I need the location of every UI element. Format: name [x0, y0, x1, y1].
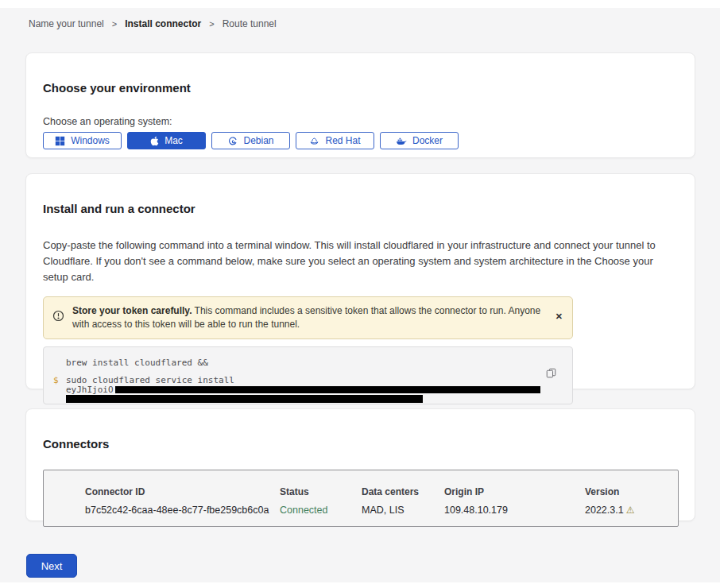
os-button-label: Docker [412, 135, 443, 146]
os-button-docker[interactable]: Docker [380, 132, 459, 149]
top-strip [0, 0, 720, 8]
version-warning-icon: ⚠ [626, 505, 635, 516]
os-button-label: Debian [243, 135, 273, 146]
column-header-status: Status [280, 486, 362, 497]
os-button-redhat[interactable]: Red Hat [296, 132, 374, 149]
install-card-title: Install and run a connector [43, 193, 678, 215]
breadcrumb-name-your-tunnel[interactable]: Name your tunnel [29, 18, 104, 29]
windows-icon [55, 136, 65, 146]
column-header-connector-id: Connector ID [85, 486, 280, 497]
os-button-group: Windows Mac Debian [43, 132, 678, 149]
breadcrumb-route-tunnel[interactable]: Route tunnel [223, 18, 277, 29]
terminal-command: sudo cloudflared service install [66, 375, 234, 385]
os-button-label: Windows [71, 135, 110, 146]
os-button-mac[interactable]: Mac [127, 132, 206, 149]
environment-card-title: Choose your environment [43, 72, 678, 95]
token-warning-text: Store your token carefully. This command… [72, 304, 555, 331]
redhat-icon [309, 136, 319, 146]
connectors-table: Connector ID Status Data centers Origin … [43, 470, 679, 527]
breadcrumb-separator: > [112, 19, 117, 29]
connectors-card-title: Connectors [43, 428, 678, 451]
environment-card: Choose your environment Choose an operat… [25, 52, 695, 158]
alert-circle-icon [52, 310, 64, 325]
token-warning-banner: Store your token carefully. This command… [43, 296, 573, 339]
cell-data-centers: MAD, LIS [362, 505, 444, 516]
terminal-token-line: eyJhIjoiO [66, 385, 572, 394]
terminal-line-1: brew install cloudflared && [66, 358, 572, 368]
next-button[interactable]: Next [26, 554, 77, 578]
version-value: 2022.3.1 [585, 505, 624, 516]
terminal-command-block: brew install cloudflared && $sudo cloudf… [43, 346, 573, 404]
cell-origin-ip: 109.48.10.179 [444, 505, 585, 516]
bottom-strip [0, 582, 720, 588]
breadcrumb-separator: > [209, 19, 214, 29]
os-button-windows[interactable]: Windows [43, 132, 122, 149]
os-button-label: Mac [165, 135, 183, 146]
os-button-label: Red Hat [325, 135, 360, 146]
os-button-debian[interactable]: Debian [211, 132, 290, 149]
docker-icon [396, 136, 407, 146]
close-icon[interactable]: ✕ [555, 311, 563, 322]
apple-icon [150, 136, 159, 146]
debian-icon [227, 136, 238, 146]
breadcrumb-install-connector[interactable]: Install connector [125, 18, 201, 29]
redacted-token-bar [66, 395, 423, 403]
column-header-version: Version [585, 486, 678, 497]
status-badge: Connected [280, 505, 362, 516]
connectors-card: Connectors Connector ID Status Data cent… [25, 408, 695, 521]
terminal-prompt: $ [53, 375, 59, 385]
terminal-line-2: $sudo cloudflared service install [66, 375, 572, 385]
token-prefix: eyJhIjoiO [66, 385, 114, 395]
column-header-data-centers: Data centers [362, 486, 444, 497]
os-select-label: Choose an operating system: [43, 116, 678, 127]
install-connector-card: Install and run a connector Copy-paste t… [25, 173, 695, 389]
redacted-token-bar [115, 386, 540, 393]
copy-icon[interactable] [546, 368, 556, 381]
cell-version: 2022.3.1⚠ [585, 505, 678, 516]
table-row: b7c52c42-6caa-48ee-8c77-fbe259cb6c0a Con… [85, 497, 678, 516]
connectors-table-header: Connector ID Status Data centers Origin … [85, 486, 678, 497]
install-description: Copy-paste the following command into a … [43, 238, 679, 285]
cell-connector-id: b7c52c42-6caa-48ee-8c77-fbe259cb6c0a [85, 505, 280, 516]
column-header-origin-ip: Origin IP [444, 486, 585, 497]
token-warning-bold: Store your token carefully. [72, 305, 192, 316]
